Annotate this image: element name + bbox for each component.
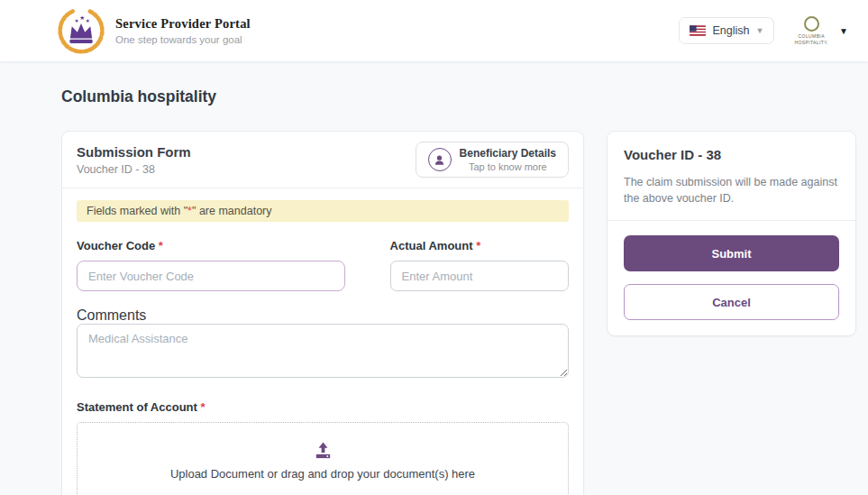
summary-top: Voucher ID - 38 The claim submission wil… [608,132,855,220]
submission-form-card: Submission Form Voucher ID - 38 Benefici… [61,131,584,495]
content: Submission Form Voucher ID - 38 Benefici… [61,131,856,495]
summary-voucher-id: Voucher ID - 38 [624,147,839,162]
chevron-down-icon[interactable]: ▼ [839,26,848,36]
actual-amount-input[interactable] [390,261,569,291]
language-label: English [712,24,749,37]
statement-label: Statement of Account * [77,400,569,414]
svg-text:★: ★ [86,18,90,23]
form-card-heading: Submission Form Voucher ID - 38 [77,144,191,176]
header: ★ ★ ★ Service Provider Portal One step t… [0,0,868,61]
summary-actions: Submit Cancel [608,221,855,335]
org-logo: COLUMBIA HOSPITALITY. [794,16,828,45]
required-asterisk: * [159,239,163,252]
voucher-code-input[interactable] [77,261,345,291]
actual-amount-field: Actual Amount * [390,239,569,291]
org-name: COLUMBIA HOSPITALITY. [794,33,828,45]
brand-tagline: One step towards your goal [115,34,251,45]
page-title: Columbia hospitality [61,87,868,106]
person-icon [428,148,452,171]
field-row: Voucher Code * Actual Amount * [77,239,569,291]
required-asterisk: * [200,400,205,414]
cancel-button[interactable]: Cancel [624,284,839,320]
mandatory-fields-banner: Fields marked with "*" are mandatory [77,200,569,222]
org-menu[interactable]: COLUMBIA HOSPITALITY. ▼ [794,16,848,45]
svg-text:★: ★ [75,18,79,23]
upload-dropzone[interactable]: Upload Document or drag and drop your do… [77,422,569,495]
svg-text:★: ★ [79,14,85,21]
required-asterisk: * [476,239,480,252]
org-ring-icon [804,16,819,32]
language-selector[interactable]: English ▼ [679,17,774,44]
beneficiary-details-button[interactable]: Beneficiary Details Tap to know more [416,142,569,178]
header-right: English ▼ COLUMBIA HOSPITALITY. ▼ [679,16,848,45]
brand-text: Service Provider Portal One step towards… [115,16,251,45]
actual-amount-label: Actual Amount * [390,239,569,252]
beneficiary-subtitle: Tap to know more [460,161,556,172]
us-flag-icon [690,25,706,36]
upload-icon [313,440,333,461]
crown-laurel-logo-icon: ★ ★ ★ [56,5,106,56]
comments-label: Comments [77,307,146,323]
summary-description: The claim submission will be made agains… [624,174,839,206]
form-title: Submission Form [77,144,191,160]
voucher-summary-card: Voucher ID - 38 The claim submission wil… [607,131,856,336]
brand: ★ ★ ★ Service Provider Portal One step t… [56,5,251,56]
form-voucher-id: Voucher ID - 38 [77,163,191,176]
submit-button[interactable]: Submit [624,235,839,271]
brand-title: Service Provider Portal [115,16,251,32]
beneficiary-title: Beneficiary Details [460,147,556,160]
comments-textarea[interactable] [77,324,569,378]
voucher-code-label: Voucher Code * [77,239,345,252]
form-card-header: Submission Form Voucher ID - 38 Benefici… [62,132,583,188]
beneficiary-button-text: Beneficiary Details Tap to know more [460,147,556,172]
upload-text: Upload Document or drag and drop your do… [170,467,475,481]
form-card-body: Fields marked with "*" are mandatory Vou… [62,188,583,495]
chevron-down-icon: ▼ [755,27,763,35]
voucher-code-field: Voucher Code * [77,239,345,291]
statement-of-account-field: Statement of Account * Upload Document o… [77,400,569,495]
comments-field: Comments [77,307,569,378]
